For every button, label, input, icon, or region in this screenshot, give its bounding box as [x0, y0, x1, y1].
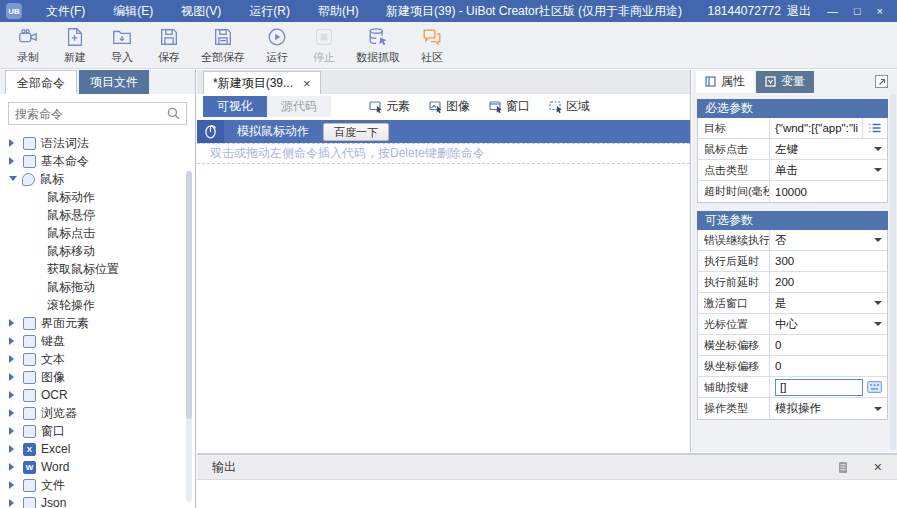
tree-item-keyboard[interactable]: 键盘	[0, 332, 195, 350]
editor-canvas[interactable]	[197, 164, 690, 452]
record-button[interactable]: 录制	[13, 26, 43, 65]
capture-image-button[interactable]: 图像	[429, 98, 470, 115]
dropdown-arrow-icon	[874, 407, 882, 415]
tree-item-image[interactable]: 图像	[0, 368, 195, 386]
output-header: 输出 ×	[197, 455, 897, 480]
chevron-right-icon[interactable]	[9, 157, 18, 165]
tree-item-mouse-click[interactable]: 鼠标点击	[0, 224, 195, 242]
minimize-icon[interactable]: —	[827, 5, 838, 17]
tree-item-file[interactable]: 文件	[0, 476, 195, 494]
tab-properties[interactable]: 属性	[696, 71, 754, 93]
save-all-button[interactable]: 全部保存	[201, 26, 245, 65]
search-input[interactable]	[8, 102, 187, 125]
click-type-select[interactable]: 单击	[770, 160, 887, 180]
offset-y-input[interactable]: 0	[770, 356, 887, 376]
keyboard-picker-icon[interactable]	[867, 381, 882, 393]
menu-edit[interactable]: 编辑(E)	[99, 0, 167, 22]
data-scrape-button[interactable]: 数据抓取	[356, 26, 400, 65]
import-button[interactable]: 导入	[107, 26, 137, 65]
tree-item-text[interactable]: 文本	[0, 350, 195, 368]
view-mode-switch: 可视化 源代码	[203, 96, 331, 117]
output-close-icon[interactable]: ×	[874, 460, 882, 474]
chevron-right-icon[interactable]	[9, 139, 18, 147]
tab-all-commands[interactable]: 全部命令	[5, 70, 77, 94]
capture-window-button[interactable]: 窗口	[489, 98, 530, 115]
tree-item-syntax[interactable]: 语法词法	[0, 134, 195, 152]
tree-item-browser[interactable]: 浏览器	[0, 404, 195, 422]
tab-project-files[interactable]: 项目文件	[79, 70, 149, 94]
new-button[interactable]: 新建	[60, 26, 90, 65]
chevron-right-icon[interactable]	[9, 481, 18, 489]
properties-scrollbar[interactable]	[890, 94, 896, 450]
chevron-right-icon[interactable]	[9, 409, 18, 417]
property-row: 操作类型 模拟操作	[698, 398, 887, 419]
chevron-right-icon[interactable]	[9, 337, 18, 345]
maximize-icon[interactable]: □	[854, 5, 861, 17]
logout-button[interactable]: 退出	[787, 3, 811, 20]
tree-item-basic-commands[interactable]: 基本命令	[0, 152, 195, 170]
tab-visual[interactable]: 可视化	[203, 96, 267, 117]
delay-before-input[interactable]: 200	[770, 272, 887, 292]
tree-item-mouse[interactable]: 鼠标	[0, 170, 195, 188]
property-row: 鼠标点击 左键	[698, 139, 887, 160]
tab-variables[interactable]: 变量	[756, 71, 814, 93]
output-panel: 输出 ×	[197, 453, 897, 508]
timeout-input[interactable]: 10000	[770, 181, 887, 202]
tree-item-wheel-operation[interactable]: 滚轮操作	[0, 296, 195, 314]
tree-item-excel[interactable]: XExcel	[0, 440, 195, 458]
tab-close-icon[interactable]: ×	[303, 77, 311, 90]
target-input[interactable]: {"wnd":[{"app":"liebac	[770, 118, 887, 138]
editor-tab[interactable]: *新建项目(39... ×	[203, 71, 321, 94]
activate-window-select[interactable]: 是	[770, 293, 887, 313]
element-list-icon[interactable]	[862, 118, 882, 138]
command-block[interactable]: 模拟鼠标动作 百度一下	[197, 120, 690, 143]
chevron-right-icon[interactable]	[9, 499, 18, 507]
menu-file[interactable]: 文件(F)	[32, 0, 99, 22]
chevron-right-icon[interactable]	[9, 355, 18, 363]
tab-source-code[interactable]: 源代码	[267, 96, 331, 117]
continue-on-error-select[interactable]: 否	[770, 230, 887, 250]
clear-output-icon[interactable]	[837, 461, 849, 474]
offset-x-input[interactable]: 0	[770, 335, 887, 355]
save-button[interactable]: 保存	[154, 26, 184, 65]
cursor-position-select[interactable]: 中心	[770, 314, 887, 334]
close-icon[interactable]: ×	[877, 5, 883, 17]
menu-help[interactable]: 帮助(H)	[304, 0, 373, 22]
capture-region-button[interactable]: 区域	[549, 98, 590, 115]
tree-item-mouse-drag[interactable]: 鼠标拖动	[0, 278, 195, 296]
chevron-down-icon[interactable]	[9, 176, 17, 185]
popout-icon[interactable]	[875, 75, 888, 88]
property-label: 纵坐标偏移	[698, 356, 770, 376]
chevron-right-icon[interactable]	[9, 391, 18, 399]
tree-item-mouse-action[interactable]: 鼠标动作	[0, 188, 195, 206]
tree-scrollbar-thumb[interactable]	[186, 171, 192, 419]
community-button[interactable]: 社区	[417, 26, 447, 65]
keyboard-icon	[23, 335, 36, 348]
chevron-right-icon[interactable]	[9, 427, 18, 435]
operation-type-select[interactable]: 模拟操作	[770, 398, 887, 419]
tree-scrollbar[interactable]	[186, 171, 192, 502]
tree-item-json[interactable]: Json	[0, 494, 195, 508]
mouse-button-select[interactable]: 左键	[770, 139, 887, 159]
menu-run[interactable]: 运行(R)	[235, 0, 304, 22]
capture-element-button[interactable]: 元素	[369, 98, 410, 115]
tree-item-word[interactable]: WWord	[0, 458, 195, 476]
tree-item-get-mouse-position[interactable]: 获取鼠标位置	[0, 260, 195, 278]
tree-item-mouse-hover[interactable]: 鼠标悬停	[0, 206, 195, 224]
delay-after-input[interactable]: 300	[770, 251, 887, 271]
tree-item-mouse-move[interactable]: 鼠标移动	[0, 242, 195, 260]
image-icon	[23, 371, 36, 384]
menu-view[interactable]: 视图(V)	[167, 0, 235, 22]
tree-item-window[interactable]: 窗口	[0, 422, 195, 440]
run-button[interactable]: 运行	[262, 26, 292, 65]
modifier-keys-input[interactable]: []	[775, 379, 863, 396]
app-logo-icon: UB	[6, 3, 22, 19]
tree-item-ocr[interactable]: OCR	[0, 386, 195, 404]
property-row: 错误继续执行 否	[698, 230, 887, 251]
chevron-right-icon[interactable]	[9, 373, 18, 381]
chevron-right-icon[interactable]	[9, 445, 18, 453]
chevron-right-icon[interactable]	[9, 319, 18, 327]
tree-item-ui-elements[interactable]: 界面元素	[0, 314, 195, 332]
chevron-right-icon[interactable]	[9, 463, 18, 471]
command-target-button[interactable]: 百度一下	[323, 123, 389, 141]
